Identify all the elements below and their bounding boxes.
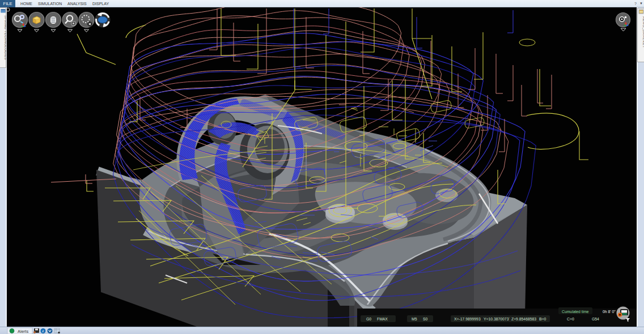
svg-text:Z=9.85468583: Z=9.85468583	[511, 317, 536, 321]
svg-text:i: i	[43, 329, 44, 333]
svg-text:M5: M5	[412, 317, 417, 321]
svg-text:Alerts: Alerts	[18, 329, 28, 334]
svg-text:G0: G0	[366, 317, 371, 321]
svg-text:Y=10.3870073´: Y=10.3870073´	[484, 317, 510, 321]
svg-text:B=0: B=0	[539, 317, 546, 321]
svg-text:0h 8' 0": 0h 8' 0"	[603, 310, 616, 314]
svg-text:FMAX: FMAX	[377, 317, 388, 321]
svg-text:X=-17.9899993: X=-17.9899993	[454, 317, 481, 321]
svg-text:C=0: C=0	[567, 317, 574, 321]
svg-text:Cumulated time: Cumulated time	[562, 310, 589, 314]
svg-text:G54: G54	[592, 317, 599, 321]
svg-text:SPRING TECHNOLOGIES: SPRING TECHNOLOGIES	[4, 15, 6, 60]
svg-text:S0: S0	[423, 317, 428, 321]
